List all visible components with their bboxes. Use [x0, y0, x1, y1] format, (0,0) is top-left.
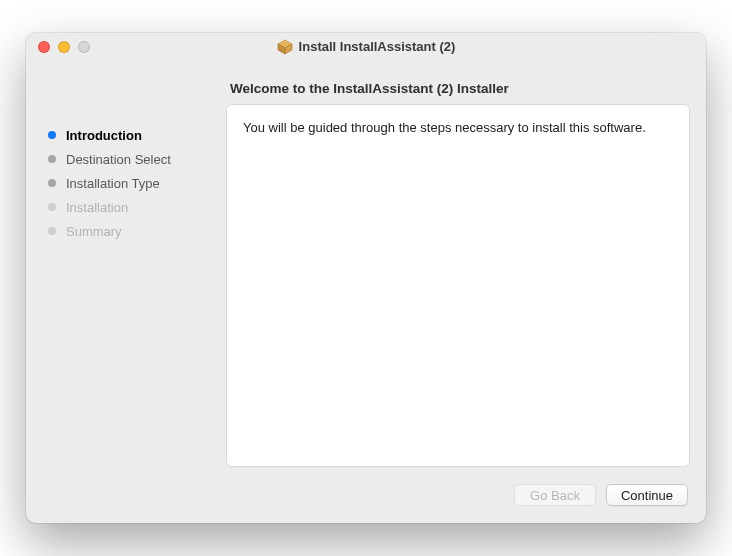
sidebar-item-installation-type: Installation Type: [48, 171, 212, 195]
bullet-icon: [48, 155, 56, 163]
body-text: You will be guided through the steps nec…: [243, 120, 646, 135]
step-label: Summary: [66, 224, 122, 239]
sidebar-item-introduction: Introduction: [48, 123, 212, 147]
bullet-icon: [48, 179, 56, 187]
sidebar-item-summary: Summary: [48, 219, 212, 243]
main-area: Welcome to the InstallAssistant (2) Inst…: [226, 71, 690, 467]
footer: Go Back Continue: [26, 467, 706, 523]
traffic-lights: [26, 41, 90, 53]
package-icon: [277, 39, 293, 55]
page-heading: Welcome to the InstallAssistant (2) Inst…: [226, 71, 690, 104]
sidebar-item-destination-select: Destination Select: [48, 147, 212, 171]
title-wrap: Install InstallAssistant (2): [26, 39, 706, 55]
step-label: Installation Type: [66, 176, 160, 191]
continue-button[interactable]: Continue: [606, 484, 688, 506]
installer-window: Install InstallAssistant (2) Introductio…: [26, 33, 706, 523]
svg-marker-0: [278, 40, 292, 48]
sidebar: Introduction Destination Select Installa…: [42, 71, 212, 467]
step-label: Installation: [66, 200, 128, 215]
close-icon[interactable]: [38, 41, 50, 53]
window-title: Install InstallAssistant (2): [299, 39, 456, 54]
svg-marker-2: [285, 44, 292, 54]
titlebar: Install InstallAssistant (2): [26, 33, 706, 61]
window-body: Introduction Destination Select Installa…: [26, 61, 706, 523]
bullet-icon: [48, 131, 56, 139]
maximize-icon: [78, 41, 90, 53]
minimize-icon[interactable]: [58, 41, 70, 53]
go-back-button: Go Back: [514, 484, 596, 506]
bullet-icon: [48, 203, 56, 211]
content-panel: You will be guided through the steps nec…: [226, 104, 690, 467]
bullet-icon: [48, 227, 56, 235]
sidebar-item-installation: Installation: [48, 195, 212, 219]
columns: Introduction Destination Select Installa…: [26, 61, 706, 467]
svg-marker-1: [278, 44, 285, 54]
step-label: Introduction: [66, 128, 142, 143]
step-label: Destination Select: [66, 152, 171, 167]
